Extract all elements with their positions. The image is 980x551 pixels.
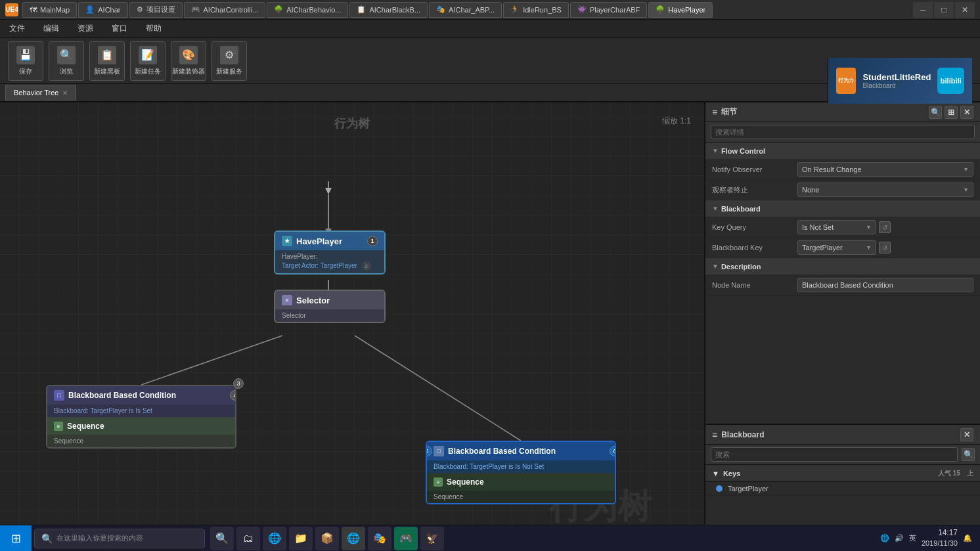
seq-right-title: Sequence <box>447 477 484 487</box>
new-decorator-button[interactable]: 🎨 新建装饰器 <box>171 41 206 81</box>
new-service-button[interactable]: ⚙ 新建服务 <box>212 41 247 81</box>
details-panel: ≡ 细节 🔍 ⊞ ✕ ▼ Flow Control Notify Observe… <box>705 102 980 425</box>
new-task-button[interactable]: 📝 新建任务 <box>130 41 166 81</box>
details-search-input[interactable] <box>711 125 975 139</box>
browse-button[interactable]: 🔍 浏览 <box>49 41 84 81</box>
save-button[interactable]: 💾 保存 <box>8 41 43 81</box>
start-button[interactable]: ⊞ <box>0 525 32 552</box>
taskbar-icon-store[interactable]: 📦 <box>315 527 339 550</box>
close-button[interactable]: ✕ <box>955 2 975 18</box>
section-flow-control[interactable]: ▼ Flow Control <box>705 143 980 160</box>
tab-close-icon[interactable]: ✕ <box>62 89 68 97</box>
taskbar-icon-taskview[interactable]: 🗂 <box>236 527 260 550</box>
taskbar-icon-explorer[interactable]: 📁 <box>289 527 313 550</box>
tab-aichar[interactable]: 👤 AIChar <box>78 2 127 18</box>
taskbar-notification-icon[interactable]: 🔔 <box>963 534 972 542</box>
behavior-tree-canvas[interactable]: 行为树 缩放 1:1 行为树 ★ <box>0 102 704 551</box>
tab-haveplayer[interactable]: 🌳 HavePlayer <box>648 2 713 18</box>
editor-tab-behaviortree[interactable]: Behavior Tree ✕ <box>5 85 76 100</box>
tab-aicharblack[interactable]: 📋 AICharBlackB... <box>349 2 428 18</box>
tab-aicharbeh[interactable]: 🌳 AICharBehavio... <box>267 2 348 18</box>
node-name-input[interactable]: Blackboard Based Condition <box>797 278 973 292</box>
blackboard-search-bar: 🔍 <box>705 445 980 465</box>
save-icon: 💾 <box>16 46 35 64</box>
decorator-icon: 🎨 <box>179 46 198 64</box>
blackboard-section-arrow: ▼ <box>712 205 719 212</box>
bbc-left-icon: □ <box>54 390 64 401</box>
bbc-left-sublabel: Blackboard: TargetPlayer is Is Set <box>54 407 152 414</box>
taskbar-icon-chrome[interactable]: 🌐 <box>342 527 365 550</box>
prop-notify-observer: Notify Observer On Result Change ▼ <box>705 160 980 180</box>
maximize-button[interactable]: □ <box>934 2 954 18</box>
blackboard-icon: 📋 <box>98 46 116 64</box>
key-dot-icon <box>716 485 723 492</box>
blackboard-search-input[interactable] <box>711 447 958 462</box>
have-player-title: HavePlayer <box>296 236 342 246</box>
blackboard-key-arrow-icon: ▼ <box>866 244 872 251</box>
taskbar-lang-label: 英 <box>909 533 916 543</box>
taskbar-search-placeholder: 在这里输入你要搜索的内容 <box>56 533 143 543</box>
have-player-badge: 1 <box>367 236 378 246</box>
details-panel-icon: ≡ <box>712 107 717 118</box>
popularity2-label: 上 <box>967 469 973 478</box>
tab-playerchar[interactable]: 👾 PlayerCharABF <box>570 2 647 18</box>
menu-window[interactable]: 窗口 <box>108 22 131 35</box>
key-query-reset-button[interactable]: ↺ <box>879 221 891 233</box>
tab-aicharcont[interactable]: 🎮 AICharControlli... <box>184 2 266 18</box>
taskbar-search-icon: 🔍 <box>41 533 53 544</box>
taskbar-icon-ue4[interactable]: 🎮 <box>394 527 418 550</box>
tab-projsettings[interactable]: ⚙ 项目设置 <box>129 2 183 18</box>
seq-right-sublabel: Sequence <box>434 493 463 500</box>
menu-help[interactable]: 帮助 <box>142 22 166 35</box>
key-query-dropdown[interactable]: Is Not Set ▼ <box>797 220 876 234</box>
tab-idlerun[interactable]: 🏃 IdleRun_BS <box>503 2 569 18</box>
keys-collapse-icon: ▼ <box>712 470 719 477</box>
service-icon: ⚙ <box>220 46 238 64</box>
details-close-icon[interactable]: ✕ <box>960 106 973 119</box>
taskbar-search[interactable]: 🔍 在这里输入你要搜索的内容 <box>34 529 205 548</box>
browse-icon: 🔍 <box>57 46 76 64</box>
taskbar-icon-edge[interactable]: 🌐 <box>263 527 286 550</box>
new-blackboard-button[interactable]: 📋 新建黑板 <box>89 41 125 81</box>
blackboard-close-icon[interactable]: ✕ <box>960 428 973 441</box>
node-selector[interactable]: ≡ Selector Selector <box>274 290 386 323</box>
prop-observer-abort: 观察者终止 None ▼ <box>705 180 980 200</box>
node-have-player[interactable]: ★ HavePlayer 1 HavePlayer: Target Actor:… <box>274 231 386 275</box>
right-panel: ≡ 细节 🔍 ⊞ ✕ ▼ Flow Control Notify Observe… <box>704 102 980 551</box>
tab-aicharabp[interactable]: 🎭 AIChar_ABP... <box>429 2 502 18</box>
details-search-icon[interactable]: 🔍 <box>929 106 942 119</box>
svg-marker-8 <box>325 188 332 194</box>
blackboard-search-btn[interactable]: 🔍 <box>962 448 975 461</box>
node-bbc-right[interactable]: □ Blackboard Based Condition 5 6 Blackbo… <box>426 441 616 504</box>
section-description[interactable]: ▼ Description <box>705 258 980 275</box>
notify-observer-arrow-icon: ▼ <box>963 166 969 173</box>
menu-assets[interactable]: 资源 <box>74 22 97 35</box>
taskbar-icon-cortana[interactable]: 🔍 <box>210 527 234 550</box>
seq-left-title: Sequence <box>67 422 104 431</box>
window-controls: ─ □ ✕ <box>913 2 975 18</box>
section-blackboard[interactable]: ▼ Blackboard <box>705 200 980 217</box>
menu-file[interactable]: 文件 <box>5 22 29 35</box>
brand-info: StudentLittleRed Blackboard <box>862 72 931 89</box>
tab-mainmap[interactable]: 🗺 MainMap <box>22 2 77 18</box>
svg-line-5 <box>355 336 521 441</box>
observer-abort-dropdown[interactable]: None ▼ <box>797 183 973 197</box>
seq-left-sublabel: Sequence <box>54 437 83 445</box>
blackboard-key-dropdown[interactable]: TargetPlayer ▼ <box>797 240 876 255</box>
key-item-target-player[interactable]: TargetPlayer <box>705 482 980 496</box>
blackboard-panel-header: ≡ Blackboard ✕ <box>705 425 980 445</box>
taskbar-icon-epic[interactable]: 🦅 <box>420 527 444 550</box>
selector-badge-3: 3 <box>233 378 244 389</box>
minimize-button[interactable]: ─ <box>913 2 933 18</box>
menu-edit[interactable]: 编辑 <box>39 22 63 35</box>
key-query-arrow-icon: ▼ <box>866 224 872 231</box>
notify-observer-dropdown[interactable]: On Result Change ▼ <box>797 162 973 177</box>
popularity-label: 人气 15 <box>938 469 960 478</box>
svg-line-3 <box>141 336 282 385</box>
canvas-title: 行为树 <box>334 116 370 131</box>
have-player-sublabel: HavePlayer: <box>282 253 378 260</box>
taskbar-icon-powerpoint[interactable]: 🎭 <box>368 527 391 550</box>
blackboard-key-reset-button[interactable]: ↺ <box>879 242 891 253</box>
node-bbc-left[interactable]: □ Blackboard Based Condition 4 Blackboar… <box>46 385 236 449</box>
details-grid-icon[interactable]: ⊞ <box>945 106 958 119</box>
